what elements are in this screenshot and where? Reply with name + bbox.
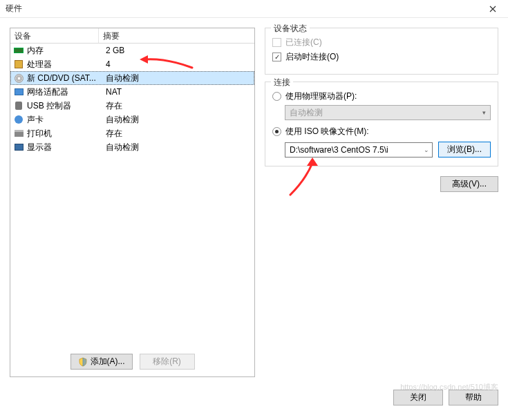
device-summary: 自动检测 xyxy=(102,142,254,153)
help-button[interactable]: 帮助 xyxy=(449,390,498,405)
usb-icon xyxy=(13,100,24,111)
cpu-icon xyxy=(13,59,24,70)
device-summary: 4 xyxy=(102,59,254,69)
device-summary: 存在 xyxy=(102,128,254,140)
remove-button-label: 移除(R) xyxy=(153,356,181,368)
device-name: 显示器 xyxy=(27,142,102,153)
browse-label: 浏览(B)... xyxy=(447,144,482,155)
close-button[interactable]: 关闭 xyxy=(393,390,443,405)
device-name: USB 控制器 xyxy=(27,100,102,112)
prt-icon xyxy=(13,128,24,139)
device-summary: 2 GB xyxy=(102,46,254,55)
physical-drive-label: 使用物理驱动器(P): xyxy=(285,90,357,102)
iso-path-value: D:\software\3 CentOS 7.5\i xyxy=(290,145,388,155)
device-summary: NAT xyxy=(102,87,254,97)
hardware-table: 设备 摘要 内存2 GB处理器4新 CD/DVD (SAT...自动检测网络适配… xyxy=(10,28,254,348)
connect-at-power-label: 启动时连接(O) xyxy=(285,51,339,63)
device-name: 打印机 xyxy=(27,128,102,140)
content-area: 设备 摘要 内存2 GB处理器4新 CD/DVD (SAT...自动检测网络适配… xyxy=(0,18,508,383)
physical-drive-row[interactable]: 使用物理驱动器(P): xyxy=(272,90,491,102)
device-name: 声卡 xyxy=(27,114,102,126)
hardware-panel: 设备 摘要 内存2 GB处理器4新 CD/DVD (SAT...自动检测网络适配… xyxy=(10,28,255,377)
table-row[interactable]: 新 CD/DVD (SAT...自动检测 xyxy=(10,71,254,85)
connected-checkbox xyxy=(272,38,281,47)
close-label: 关闭 xyxy=(410,392,426,403)
close-icon xyxy=(489,6,496,12)
chevron-down-icon[interactable]: ⌄ xyxy=(424,146,429,153)
shield-icon xyxy=(78,357,88,367)
connected-row: 已连接(C) xyxy=(272,37,491,48)
device-summary: 自动检测 xyxy=(102,73,254,84)
physical-drive-select-wrap: 自动检测 ▾ xyxy=(285,105,491,120)
connection-group: 连接 使用物理驱动器(P): 自动检测 ▾ 使用 ISO 映像文件(M): D:… xyxy=(265,82,498,166)
help-label: 帮助 xyxy=(465,392,482,403)
table-row[interactable]: 处理器4 xyxy=(10,57,254,71)
chevron-down-icon: ▾ xyxy=(482,109,486,116)
physical-drive-value: 自动检测 xyxy=(290,107,323,119)
iso-path-row: D:\software\3 CentOS 7.5\i ⌄ 浏览(B)... xyxy=(285,142,491,158)
iso-path-combo[interactable]: D:\software\3 CentOS 7.5\i ⌄ xyxy=(285,142,433,158)
add-button-label: 添加(A)... xyxy=(91,356,125,368)
advanced-button[interactable]: 高级(V)... xyxy=(440,176,498,192)
physical-drive-radio[interactable] xyxy=(272,92,281,101)
device-name: 新 CD/DVD (SAT... xyxy=(27,73,102,84)
table-row[interactable]: 内存2 GB xyxy=(10,44,254,57)
iso-file-radio[interactable] xyxy=(272,127,281,136)
column-device[interactable]: 设备 xyxy=(10,28,99,43)
iso-file-label: 使用 ISO 映像文件(M): xyxy=(285,126,369,137)
table-row[interactable]: 网络适配器NAT xyxy=(10,85,254,99)
connected-label: 已连接(C) xyxy=(285,37,322,48)
device-name: 内存 xyxy=(27,45,102,57)
dsp-icon xyxy=(13,142,24,153)
device-name: 网络适配器 xyxy=(27,86,102,98)
device-summary: 自动检测 xyxy=(102,114,254,126)
advanced-row: 高级(V)... xyxy=(265,176,498,192)
window-close-button[interactable] xyxy=(479,1,507,17)
connection-legend: 连接 xyxy=(271,77,293,88)
table-row[interactable]: 声卡自动检测 xyxy=(10,113,254,126)
column-summary[interactable]: 摘要 xyxy=(99,28,254,43)
net-icon xyxy=(13,86,24,97)
settings-panel: 设备状态 已连接(C) 启动时连接(O) 连接 使用物理驱动器(P): 自动检测… xyxy=(265,28,498,377)
device-state-group: 设备状态 已连接(C) 启动时连接(O) xyxy=(265,28,498,75)
advanced-label: 高级(V)... xyxy=(452,178,487,190)
hardware-table-body: 内存2 GB处理器4新 CD/DVD (SAT...自动检测网络适配器NATUS… xyxy=(10,44,254,154)
hardware-buttons: 添加(A)... 移除(R) xyxy=(10,348,254,376)
table-row[interactable]: 打印机存在 xyxy=(10,126,254,140)
table-row[interactable]: USB 控制器存在 xyxy=(10,99,254,113)
connect-at-power-row[interactable]: 启动时连接(O) xyxy=(272,51,491,63)
hardware-table-header: 设备 摘要 xyxy=(10,28,254,44)
add-hardware-button[interactable]: 添加(A)... xyxy=(70,354,133,370)
device-name: 处理器 xyxy=(27,59,102,70)
iso-file-row[interactable]: 使用 ISO 映像文件(M): xyxy=(272,126,491,137)
remove-hardware-button: 移除(R) xyxy=(140,354,195,370)
connect-at-power-checkbox[interactable] xyxy=(272,52,281,61)
physical-drive-select: 自动检测 ▾ xyxy=(285,105,491,120)
dialog-footer: 关闭 帮助 xyxy=(0,383,508,412)
browse-button[interactable]: 浏览(B)... xyxy=(438,142,491,158)
table-row[interactable]: 显示器自动检测 xyxy=(10,140,254,154)
mem-icon xyxy=(13,45,24,56)
window-title: 硬件 xyxy=(6,3,22,15)
title-bar: 硬件 xyxy=(0,0,508,18)
device-summary: 存在 xyxy=(102,100,254,112)
device-state-legend: 设备状态 xyxy=(271,23,310,35)
cd-icon xyxy=(13,73,24,84)
snd-icon xyxy=(13,114,24,125)
